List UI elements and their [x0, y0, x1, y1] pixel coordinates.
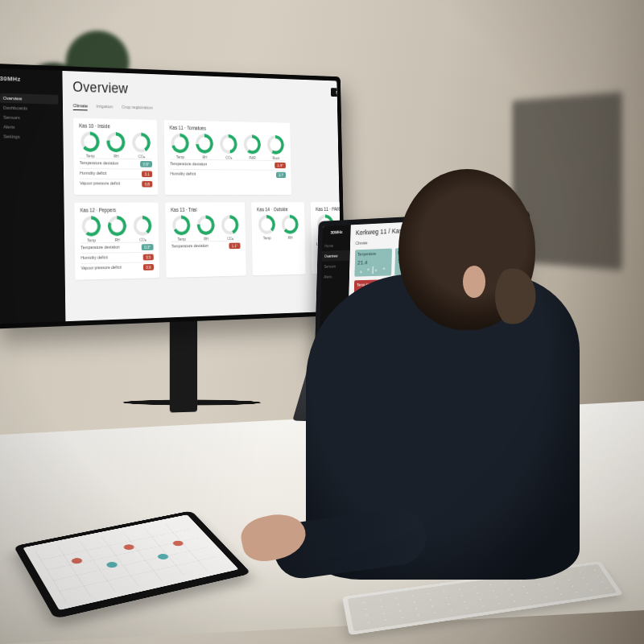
metric-row: Humidity deficit3.1 [80, 168, 152, 179]
climate-panel[interactable]: Kas 10 · InsideTempRHCO₂Temperature devi… [73, 118, 159, 195]
gauge: Temp [171, 216, 192, 242]
metric-row: Humidity deficit2.7 [170, 169, 286, 180]
climate-panel[interactable]: Kas 12 · PeppersTempRHCO₂Temperature dev… [74, 203, 159, 280]
gauge-label: Temp [80, 153, 101, 158]
gauge: RH [280, 215, 299, 240]
gauge-row: TempRHCO₂PARRoot [170, 133, 286, 160]
gauge-label: CO₂ [132, 237, 153, 242]
external-monitor: 30MHz Overview Dashboards Sensors Alerts… [0, 64, 345, 329]
gauge-label: RH [195, 155, 215, 159]
gauge-label: CO₂ [131, 154, 152, 159]
gauge: RH [105, 132, 127, 159]
gauge-ring-icon [267, 135, 284, 155]
gauge-ring-icon [282, 215, 299, 234]
gauge: Temp [79, 131, 101, 158]
gauge-row: TempRH [257, 215, 299, 241]
metric-value-badge: 0.9° [140, 161, 152, 167]
panel-title: Kas 10 · Inside [79, 123, 151, 130]
gauge-ring-icon [108, 216, 126, 236]
gauge-label: PAR [242, 155, 262, 160]
gauge-label: Temp [257, 236, 276, 241]
gauge-row: TempRHCO₂ [80, 216, 154, 243]
climate-panel[interactable]: Kas 14 · OutsideTempRH [251, 202, 305, 275]
panel-title: Kas 11 · Tomatoes [169, 125, 285, 132]
gauge-ring-icon [132, 133, 151, 153]
metric-value-badge: 3.1 [142, 171, 152, 177]
metric-row: Vapour pressure deficit0.8 [80, 179, 152, 189]
metric-row: Vapour pressure deficit0.9 [80, 262, 154, 274]
sidebar-item-settings[interactable]: Settings [1, 131, 60, 142]
metric-key: Humidity deficit [80, 171, 107, 177]
gauge: RH [194, 134, 215, 159]
gauge-label: RH [281, 235, 300, 240]
main-content: Overview New sensor Climate Irrigation C… [62, 71, 341, 321]
tab-crop[interactable]: Crop registration [122, 105, 153, 113]
photo-scene: 30MHz Overview Dashboards Sensors Alerts… [0, 0, 644, 644]
panel-title: Kas 12 · Peppers [80, 207, 153, 213]
metric-key: Humidity deficit [170, 171, 196, 178]
gauge-ring-icon [106, 132, 125, 152]
gauge: RH [196, 215, 217, 241]
climate-panel[interactable]: Kas 13 · TrialTempRHCO₂Temperature devia… [165, 202, 246, 278]
gauge-label: CO₂ [220, 236, 240, 241]
climate-panel[interactable]: Kas 11 · TomatoesTempRHCO₂PARRootTempera… [164, 120, 291, 195]
gauge: Temp [80, 216, 102, 242]
metric-value-badge: 1.4° [275, 163, 286, 168]
metric-key: Temperature deviation [171, 243, 208, 250]
metric-row: Temperature deviation0.9° [80, 158, 152, 168]
metric-key: Temperature deviation [80, 160, 119, 167]
metric-key: Temperature deviation [80, 245, 120, 252]
gauge: CO₂ [130, 132, 152, 159]
gauge-ring-icon [258, 215, 275, 234]
gauge: CO₂ [132, 216, 154, 242]
gauge-label: Root [266, 155, 286, 160]
gauge-ring-icon [171, 133, 188, 153]
gauge-ring-icon [220, 134, 237, 154]
metric-key: Temperature deviation [170, 161, 207, 167]
gauge-ring-icon [197, 215, 215, 235]
gauge: PAR [242, 134, 262, 160]
metric-key: Vapour pressure deficit [80, 181, 120, 188]
gauge: RH [106, 216, 128, 242]
gauge: Temp [170, 133, 191, 159]
gauge-label: Temp [171, 237, 192, 242]
monitor-screen: 30MHz Overview Dashboards Sensors Alerts… [0, 68, 341, 324]
gauge-row: TempRHCO₂ [171, 215, 240, 242]
gauge-row: TempRHCO₂ [79, 131, 152, 159]
person [306, 169, 596, 588]
metric-value-badge: 0.8 [142, 181, 152, 188]
gauge-label: RH [105, 154, 127, 159]
gauge-label: CO₂ [219, 155, 239, 160]
metric-row: Temperature deviation1.4° [170, 159, 286, 170]
gauge-ring-icon [244, 134, 262, 154]
gauge: CO₂ [220, 215, 240, 241]
gauge-label: Temp [170, 155, 191, 159]
sidebar-nav: Overview Dashboards Sensors Alerts Setti… [0, 93, 59, 142]
gauge-ring-icon [82, 216, 101, 237]
metric-key: Vapour pressure deficit [81, 265, 122, 272]
person-ear [463, 266, 485, 298]
person-beard [495, 264, 539, 328]
gauge: Temp [257, 215, 277, 241]
gauge: CO₂ [218, 134, 238, 160]
panels-container: Kas 10 · InsideTempRHCO₂Temperature devi… [73, 118, 342, 280]
metric-value-badge: 3.5 [143, 254, 154, 261]
gauge-label: Temp [80, 237, 102, 242]
gauge-ring-icon [80, 131, 100, 152]
metric-key: Humidity deficit [80, 255, 108, 262]
gauge-ring-icon [172, 216, 191, 236]
metric-value-badge: 2.7 [276, 172, 286, 178]
metric-value-badge: 0.3° [142, 244, 154, 250]
page-title: Overview [72, 79, 341, 104]
gauge-ring-icon [196, 134, 213, 154]
panel-title: Kas 13 · Trial [171, 207, 240, 213]
gauge-label: RH [106, 237, 128, 242]
sidebar: 30MHz Overview Dashboards Sensors Alerts… [0, 68, 65, 324]
tab-bar: Climate Irrigation Crop registration [73, 103, 342, 118]
gauge-ring-icon [134, 216, 152, 236]
tab-irrigation[interactable]: Irrigation [97, 104, 114, 111]
metric-value-badge: 1.1° [229, 243, 240, 250]
gauge: Root [266, 135, 286, 160]
gauge-ring-icon [221, 215, 239, 234]
tab-climate[interactable]: Climate [73, 103, 88, 110]
